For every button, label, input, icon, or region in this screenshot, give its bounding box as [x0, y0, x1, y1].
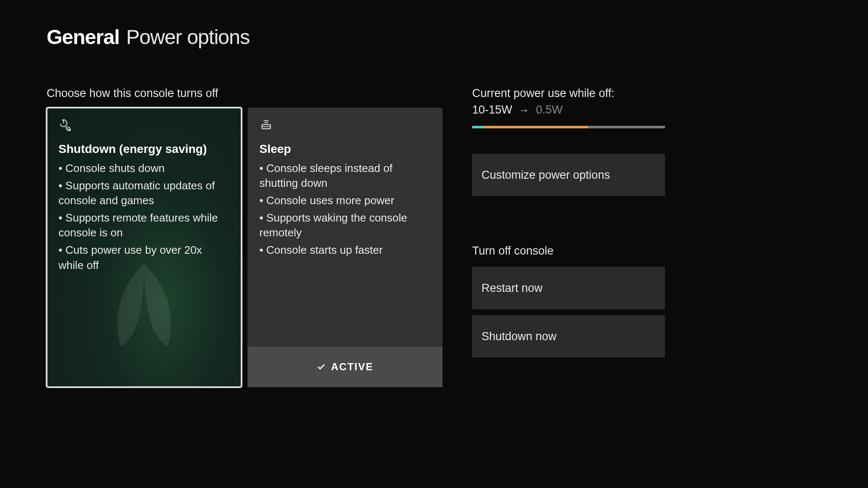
- power-leaf-icon: [58, 119, 230, 134]
- customize-power-button[interactable]: Customize power options: [472, 154, 665, 196]
- sleep-card[interactable]: Sleep • Console sleeps instead of shutti…: [248, 108, 442, 387]
- shutdown-bullet: • Supports remote features while console…: [58, 211, 230, 240]
- arrow-right-icon: →: [519, 104, 529, 116]
- sleep-bullet: • Console starts up faster: [259, 243, 431, 258]
- sleep-bullet: • Console uses more power: [259, 193, 431, 208]
- shutdown-card-title: Shutdown (energy saving): [58, 142, 230, 156]
- shutdown-bullet: • Cuts power use by over 20x while off: [58, 243, 230, 272]
- header-title: Power options: [126, 25, 250, 49]
- restart-now-button[interactable]: Restart now: [472, 267, 665, 309]
- active-badge: ACTIVE: [248, 347, 442, 387]
- power-to-value: 0.5W: [536, 103, 563, 116]
- power-use-label: Current power use while off:: [472, 87, 665, 100]
- sleep-card-title: Sleep: [259, 142, 431, 156]
- header-category: General: [47, 25, 120, 49]
- power-use-values: 10-15W → 0.5W: [472, 103, 665, 116]
- active-label: ACTIVE: [331, 361, 373, 373]
- shutdown-card[interactable]: Shutdown (energy saving) • Console shuts…: [47, 108, 242, 387]
- turn-off-label: Turn off console: [472, 244, 665, 258]
- choose-label: Choose how this console turns off: [47, 87, 442, 100]
- shutdown-now-button[interactable]: Shutdown now: [472, 315, 665, 358]
- page-header: General Power options: [47, 25, 821, 49]
- power-usage-bar: [472, 126, 665, 128]
- checkmark-icon: [317, 362, 326, 372]
- shutdown-bullet: • Supports automatic updates of console …: [58, 178, 230, 208]
- sleep-console-icon: [259, 119, 431, 134]
- sleep-bullet: • Supports waking the console remotely: [259, 211, 431, 240]
- shutdown-bullet: • Console shuts down: [58, 161, 230, 176]
- sleep-bullet: • Console sleeps instead of shutting dow…: [259, 161, 431, 191]
- power-from-value: 10-15W: [472, 103, 512, 116]
